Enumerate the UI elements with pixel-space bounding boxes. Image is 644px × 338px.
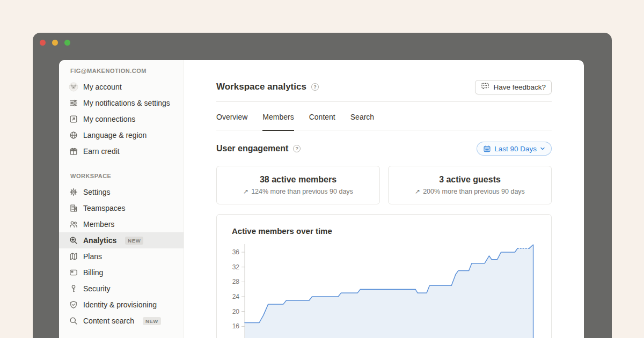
help-icon[interactable]: ? [311, 83, 319, 91]
page-header: Workspace analytics ? Have feedback? [216, 79, 552, 94]
sidebar-item-label: My connections [83, 114, 135, 124]
maximize-window-button[interactable] [64, 40, 70, 46]
sidebar-item-earn-credit[interactable]: Earn credit [59, 143, 184, 159]
close-window-button[interactable] [40, 40, 46, 46]
sidebar-item-label: Plans [83, 252, 102, 261]
stat-cards: 38 active members↗124% more than previou… [216, 166, 552, 204]
members-chart-card: Active members over time 162024283236 [216, 214, 552, 338]
workspace-menu: SettingsTeamspacesMembersAnalyticsNEWPla… [59, 184, 184, 329]
svg-text:24: 24 [232, 293, 240, 300]
minimize-window-button[interactable] [52, 40, 58, 46]
screenshot-canvas: FIG@MAKENOTION.COM My accountMy notifica… [0, 0, 644, 338]
sidebar-item-plans[interactable]: Plans [59, 248, 184, 264]
have-feedback-button[interactable]: Have feedback? [475, 80, 552, 94]
window-controls [40, 40, 70, 46]
sidebar-item-my-connections[interactable]: My connections [59, 111, 184, 127]
key-icon [69, 284, 78, 293]
feedback-bubble-icon [481, 82, 489, 92]
stat-delta-text: 124% more than previous 90 days [251, 188, 353, 195]
new-badge: NEW [125, 237, 143, 245]
sidebar-item-label: My account [83, 82, 122, 92]
gear-icon [69, 187, 78, 197]
sidebar-item-label: Content search [83, 316, 134, 326]
zoom-in-icon [69, 236, 78, 245]
analytics-tabs: OverviewMembersContentSearch [216, 102, 552, 130]
credit-card-icon [69, 268, 78, 277]
engagement-title: User engagement [216, 144, 288, 153]
date-range-label: Last 90 Days [494, 145, 537, 153]
sidebar-item-teamspaces[interactable]: Teamspaces [59, 200, 184, 216]
sidebar-item-billing[interactable]: Billing [59, 264, 184, 281]
sidebar-item-my-notifications-settings[interactable]: My notifications & settings [59, 95, 184, 111]
map-icon [69, 252, 78, 261]
trend-up-icon: ↗ [243, 188, 248, 195]
stat-value: 38 active members [260, 175, 336, 185]
sidebar-item-label: Earn credit [83, 146, 120, 156]
sidebar-item-security[interactable]: Security [59, 281, 184, 297]
help-icon[interactable]: ? [293, 145, 301, 152]
sidebar-item-members[interactable]: Members [59, 216, 184, 232]
svg-text:20: 20 [232, 308, 240, 315]
gift-icon [69, 146, 78, 156]
analytics-main: Workspace analytics ? Have feedback? Ove… [184, 60, 584, 338]
calendar-icon [483, 145, 491, 153]
trend-up-icon: ↗ [415, 188, 420, 195]
chart-title: Active members over time [217, 215, 551, 236]
account-menu: My accountMy notifications & settingsMy … [59, 79, 184, 159]
sidebar-item-content-search[interactable]: Content searchNEW [59, 313, 184, 329]
sidebar-item-label: Billing [83, 268, 103, 277]
svg-text:28: 28 [232, 278, 240, 285]
workspace-section-label: WORKSPACE [59, 172, 184, 180]
shield-check-icon [69, 300, 78, 310]
arrow-box-icon [69, 114, 78, 124]
avatar-icon [69, 82, 78, 92]
chevron-down-icon [540, 146, 545, 151]
have-feedback-label: Have feedback? [493, 83, 546, 91]
search-icon [69, 316, 78, 326]
page-title: Workspace analytics [216, 82, 306, 92]
svg-text:16: 16 [232, 322, 240, 330]
globe-icon [69, 130, 78, 140]
account-email-label: FIG@MAKENOTION.COM [59, 67, 184, 75]
sidebar-item-settings[interactable]: Settings [59, 184, 184, 200]
sidebar-item-label: Settings [83, 187, 111, 197]
sidebar-item-analytics[interactable]: AnalyticsNEW [59, 232, 184, 248]
chart-plot-wrap: 162024283236 [225, 243, 551, 338]
settings-sidebar: FIG@MAKENOTION.COM My accountMy notifica… [59, 60, 184, 338]
sidebar-item-identity-provisioning[interactable]: Identity & provisioning [59, 297, 184, 313]
stat-value: 3 active guests [439, 175, 501, 185]
members-over-time-plot: 162024283236 [225, 243, 547, 338]
stat-delta-text: 200% more than previous 90 days [423, 188, 525, 195]
sidebar-item-label: My notifications & settings [83, 98, 170, 108]
settings-panel: FIG@MAKENOTION.COM My accountMy notifica… [59, 60, 584, 338]
date-range-button[interactable]: Last 90 Days [477, 142, 552, 156]
sidebar-item-label: Analytics [83, 236, 116, 245]
sidebar-item-language-region[interactable]: Language & region [59, 127, 184, 143]
sidebar-item-label: Security [83, 284, 111, 293]
tab-content[interactable]: Content [309, 112, 335, 123]
svg-text:32: 32 [232, 263, 240, 271]
svg-text:36: 36 [232, 248, 240, 256]
sidebar-item-label: Language & region [83, 130, 147, 140]
stat-card: 38 active members↗124% more than previou… [216, 166, 380, 204]
sidebar-item-label: Identity & provisioning [83, 300, 157, 310]
tab-overview[interactable]: Overview [216, 112, 247, 123]
sidebar-item-label: Members [83, 219, 114, 229]
tab-search[interactable]: Search [350, 112, 374, 123]
sidebar-item-my-account[interactable]: My account [59, 79, 184, 95]
tab-members[interactable]: Members [262, 112, 294, 123]
new-badge: NEW [143, 317, 161, 325]
stat-card: 3 active guests↗200% more than previous … [388, 166, 552, 204]
stat-delta: ↗200% more than previous 90 days [415, 188, 525, 195]
engagement-header: User engagement ? Last 90 Days [216, 142, 552, 156]
sidebar-item-label: Teamspaces [83, 203, 126, 213]
app-window: FIG@MAKENOTION.COM My accountMy notifica… [33, 33, 612, 338]
stat-delta: ↗124% more than previous 90 days [243, 188, 353, 195]
building-icon [69, 203, 78, 213]
sliders-icon [69, 98, 78, 108]
people-icon [69, 219, 78, 229]
